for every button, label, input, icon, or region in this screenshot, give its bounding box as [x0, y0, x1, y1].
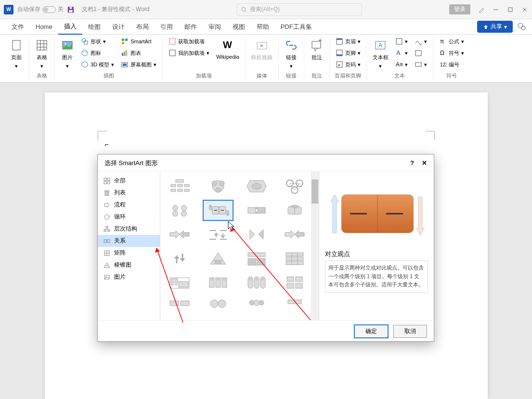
smartart-thumb[interactable] — [203, 176, 234, 197]
category-cycle[interactable]: 循环 — [98, 211, 160, 223]
pen-icon[interactable] — [478, 6, 485, 13]
svg-rect-6 — [508, 8, 512, 12]
comments-icon[interactable] — [518, 23, 526, 31]
smartart-thumb[interactable] — [164, 224, 195, 245]
3d-model-button[interactable]: 3D 模型 ▾ — [79, 60, 116, 69]
smartart-thumb[interactable] — [279, 176, 310, 197]
close-icon[interactable] — [521, 6, 528, 13]
my-addins-button[interactable]: 我的加载项 ▾ — [167, 48, 211, 58]
category-relationship[interactable]: 关系 — [98, 235, 160, 247]
tab-insert[interactable]: 插入 — [58, 19, 82, 35]
online-video-button[interactable]: 联机视频 — [249, 37, 274, 63]
smartart-thumb[interactable] — [279, 224, 310, 245]
svg-text:Ω: Ω — [440, 50, 444, 56]
login-button[interactable]: 登录 — [449, 4, 470, 14]
scrollbar[interactable] — [311, 172, 319, 320]
number-button[interactable]: 123编号 — [437, 60, 466, 69]
category-process[interactable]: 流程 — [98, 199, 160, 211]
tab-draw[interactable]: 绘图 — [82, 20, 106, 34]
tab-pdf[interactable]: PDF工具集 — [275, 20, 318, 34]
tab-file[interactable]: 文件 — [6, 20, 30, 34]
smartart-thumb[interactable] — [203, 272, 234, 293]
smartart-thumb[interactable] — [164, 176, 195, 197]
get-addins-button[interactable]: 获取加载项 — [167, 37, 211, 46]
smartart-thumb[interactable] — [241, 176, 272, 197]
smartart-thumb-opposing-ideas[interactable] — [203, 200, 234, 221]
icons-button[interactable]: 图标 — [79, 48, 116, 58]
dropcap-button[interactable]: A≡▾ — [393, 60, 410, 69]
equation-button[interactable]: π公式 ▾ — [437, 37, 466, 46]
margin-corner — [98, 131, 107, 141]
chart-button[interactable]: 图表 — [119, 48, 158, 58]
svg-point-147 — [259, 300, 264, 305]
svg-rect-55 — [104, 178, 106, 180]
date-button[interactable] — [413, 48, 429, 58]
wordart-button[interactable]: A▾ — [393, 48, 410, 58]
tab-layout[interactable]: 布局 — [130, 20, 155, 34]
save-icon[interactable] — [67, 6, 74, 13]
smartart-thumb[interactable] — [164, 296, 195, 317]
textbox-button[interactable]: A文本框▾ — [371, 37, 390, 71]
maximize-icon[interactable] — [507, 6, 514, 13]
tab-design[interactable]: 设计 — [106, 20, 130, 34]
smartart-thumb[interactable] — [241, 296, 272, 317]
autosave-label: 自动保存 — [17, 5, 40, 13]
smartart-thumb[interactable] — [241, 224, 272, 245]
search-input[interactable]: 搜索(Alt+Q) — [237, 3, 362, 16]
svg-rect-51 — [415, 63, 421, 66]
share-button[interactable]: 共享 ▾ — [477, 21, 513, 33]
ribbon-tabs: 文件 Home 插入 绘图 设计 布局 引用 邮件 审阅 视图 帮助 PDF工具… — [0, 19, 532, 35]
screenshot-button[interactable]: 屏幕截图 ▾ — [119, 60, 158, 69]
ok-button[interactable]: 确定 — [354, 324, 389, 338]
minimize-icon[interactable] — [493, 6, 499, 13]
tab-mailings[interactable]: 邮件 — [179, 20, 203, 34]
smartart-thumb[interactable] — [241, 248, 272, 269]
svg-rect-28 — [124, 51, 125, 56]
link-button[interactable]: 链接▾ — [283, 37, 300, 71]
smartart-thumb[interactable] — [279, 248, 310, 269]
smartart-thumb[interactable] — [164, 200, 195, 221]
tab-home[interactable]: Home — [30, 20, 58, 33]
category-pyramid[interactable]: 棱锥图 — [98, 259, 160, 271]
tab-help[interactable]: 帮助 — [251, 20, 275, 34]
smartart-thumb[interactable] — [164, 272, 195, 293]
smartart-thumb[interactable] — [279, 272, 310, 293]
smartart-thumb[interactable] — [279, 200, 310, 221]
tab-review[interactable]: 审阅 — [203, 20, 227, 34]
header-button[interactable]: 页眉 ▾ — [334, 37, 363, 46]
close-icon[interactable]: ✕ — [422, 159, 427, 167]
symbol-button[interactable]: Ω符号 ▾ — [437, 48, 466, 58]
smartart-thumb[interactable] — [164, 248, 195, 269]
object-button[interactable]: ▾ — [413, 60, 429, 69]
document-title: 文档1 - 兼容性模式 - Word — [82, 5, 149, 13]
svg-rect-137 — [287, 277, 294, 282]
wikipedia-button[interactable]: WWikipedia — [214, 37, 241, 62]
category-matrix[interactable]: 矩阵 — [98, 247, 160, 259]
category-hierarchy[interactable]: 层次结构 — [98, 223, 160, 235]
smartart-thumb[interactable] — [203, 248, 234, 269]
category-list[interactable]: 列表 — [98, 187, 160, 199]
category-picture[interactable]: 图片 — [98, 271, 160, 283]
smartart-button[interactable]: SmartArt — [119, 37, 158, 46]
toggle-icon[interactable] — [42, 6, 56, 13]
cancel-button[interactable]: 取消 — [393, 325, 427, 338]
footer-button[interactable]: 页脚 ▾ — [334, 48, 363, 58]
autosave-toggle[interactable]: 自动保存 关 — [17, 5, 64, 13]
tab-references[interactable]: 引用 — [155, 20, 179, 34]
smartart-thumb[interactable] — [241, 272, 272, 293]
smartart-thumb[interactable] — [203, 296, 234, 317]
smartart-thumb[interactable] — [241, 200, 272, 221]
picture-button[interactable]: 图片▾ — [59, 37, 76, 71]
table-button[interactable]: 表格▾ — [33, 37, 51, 71]
smartart-thumb[interactable] — [279, 296, 310, 317]
page-button[interactable]: 页面▾ — [8, 37, 25, 71]
help-icon[interactable]: ? — [410, 159, 414, 167]
comment-button[interactable]: 批注 — [308, 37, 325, 63]
shapes-button[interactable]: 形状 ▾ — [79, 37, 116, 46]
page-number-button[interactable]: #页码 ▾ — [334, 60, 363, 69]
category-all[interactable]: 全部 — [98, 175, 160, 187]
signature-button[interactable]: ▾ — [413, 37, 429, 46]
smartart-thumb[interactable] — [203, 224, 234, 245]
tab-view[interactable]: 视图 — [227, 20, 251, 34]
text-parts-button[interactable]: ▾ — [393, 37, 410, 46]
